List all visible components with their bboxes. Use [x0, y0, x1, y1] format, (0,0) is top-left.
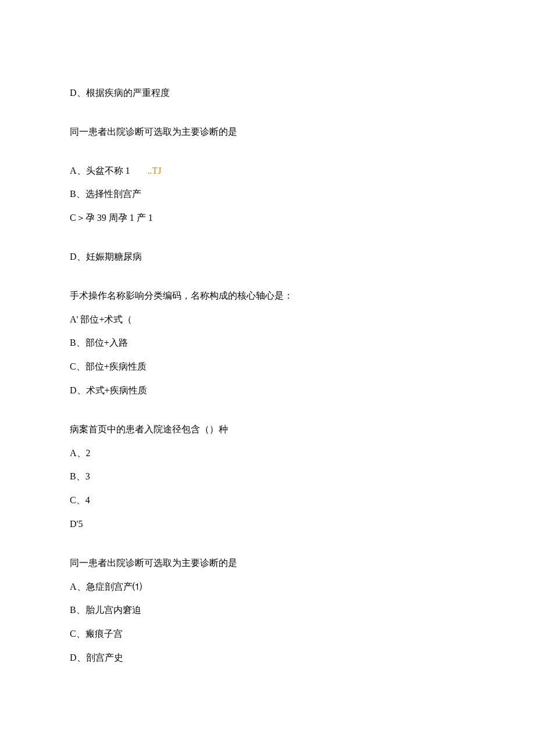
option-d: D、妊娠期糖尿病 [70, 251, 465, 263]
option-a: A、2 [70, 447, 465, 460]
option-b: B、选择性剖宫产 [70, 188, 465, 200]
option-a: A、头盆不称 1..TJ [70, 165, 465, 177]
option-c: C、部位+疾病性质 [70, 361, 465, 373]
question-stem: 手术操作名称影响分类编码，名称构成的核心轴心是： [70, 290, 465, 302]
question-stem: 同一患者出院诊断可选取为主要诊断的是 [70, 557, 465, 569]
option-text: D、根据疾病的严重程度 [70, 87, 465, 99]
option-c: C＞孕 39 周孕 1 产 1 [70, 212, 465, 224]
option-b: B、3 [70, 471, 465, 483]
document-content: D、根据疾病的严重程度 同一患者出院诊断可选取为主要诊断的是 A、头盆不称 1.… [0, 0, 535, 664]
option-c: C、瘢痕子宫 [70, 628, 465, 640]
option-a: A、急症剖宫产⑴ [70, 581, 465, 593]
option-a: A' 部位+术式（ [70, 314, 465, 326]
option-d: D'5 [70, 518, 465, 531]
option-b: B、胎儿宫内窘迫 [70, 604, 465, 617]
option-d: D、术式+疾病性质 [70, 385, 465, 397]
option-a-text: A、头盆不称 1 [70, 166, 130, 175]
option-b: B、部位+入路 [70, 337, 465, 349]
orange-annotation: ..TJ [148, 166, 162, 175]
option-d: D、剖宫产史 [70, 652, 465, 664]
question-stem: 同一患者出院诊断可选取为主要诊断的是 [70, 126, 465, 138]
option-c: C、4 [70, 495, 465, 507]
question-stem: 病案首页中的患者入院途径包含（）种 [70, 424, 465, 436]
